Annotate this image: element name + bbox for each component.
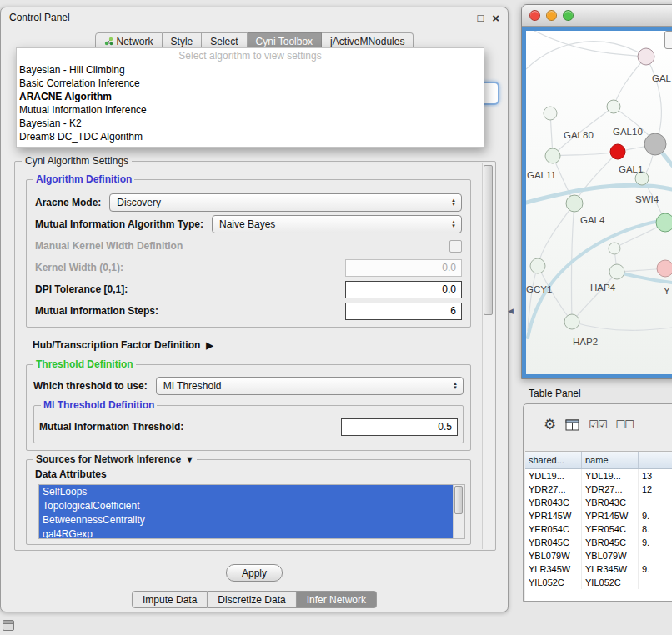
close-icon[interactable]: × [492, 11, 499, 25]
window-close-light[interactable] [529, 10, 540, 21]
network-node-label: GAL80 [564, 130, 594, 140]
network-node[interactable] [657, 260, 672, 277]
threshold-definition-title: Threshold Definition [33, 358, 136, 370]
network-view-window: GALGAL80GAL10GAL11GAL1SWI4GAL4GCY1HAP4HA… [521, 4, 672, 379]
table-panel: ⚙ ☑☑ ☐☐ shared...name YDL19...YDL19...13… [523, 403, 672, 602]
manual-kernel-label: Manual Kernel Width Definition [35, 240, 183, 252]
settings-scrollbar-thumb[interactable] [484, 165, 493, 315]
table-row[interactable]: YDL19...YDL19...13 [525, 469, 672, 482]
table-cell: YDL19... [525, 469, 582, 482]
network-canvas[interactable]: GALGAL80GAL10GAL11GAL1SWI4GAL4GCY1HAP4HA… [526, 31, 672, 374]
table-cell: YDL19... [582, 469, 639, 482]
table-row[interactable]: YPR145WYPR145W9. [525, 509, 672, 522]
attribute-item-betweennesscentrality[interactable]: BetweennessCentrality [39, 513, 453, 528]
table-row[interactable]: YBL079WYBL079W [525, 549, 672, 562]
algorithm-option-aracne-algorithm[interactable]: ARACNE Algorithm [17, 90, 484, 103]
list-scrollbar[interactable] [453, 485, 464, 538]
manual-kernel-row: Manual Kernel Width Definition [35, 235, 462, 257]
network-node-label: Y [664, 286, 670, 296]
network-edge[interactable] [572, 322, 672, 330]
columns-icon[interactable] [565, 419, 579, 431]
sources-group-toggle[interactable]: Sources for Network Inference ▼ [33, 453, 197, 465]
table-row[interactable]: YLR345WYLR345W9. [525, 562, 672, 576]
algorithm-option-bayesian-k2[interactable]: Bayesian - K2 [17, 117, 484, 130]
gear-icon[interactable]: ⚙ [544, 418, 556, 432]
mi-type-value: Naive Bayes [219, 218, 275, 230]
clear-all-checks-icon[interactable]: ☐☐ [616, 418, 634, 432]
combo-arrows-icon: ▲▼ [451, 198, 456, 207]
algorithm-option-mutual-information-inference[interactable]: Mutual Information Inference [17, 103, 484, 117]
network-graph[interactable]: GALGAL80GAL10GAL11GAL1SWI4GAL4GCY1HAP4HA… [526, 31, 672, 374]
which-threshold-value: MI Threshold [163, 380, 222, 392]
network-node-label: SWI4 [635, 194, 659, 204]
network-node[interactable] [566, 195, 583, 212]
column-header-2[interactable] [639, 452, 672, 468]
algorithm-option-basic-correlation-inference[interactable]: Basic Correlation Inference [17, 77, 484, 90]
table-cell: YER054C [582, 522, 639, 536]
network-edge[interactable] [646, 57, 661, 144]
aracne-mode-select[interactable]: Discovery ▲▼ [109, 193, 462, 212]
network-node[interactable] [530, 258, 545, 273]
settings-scrollbar[interactable] [482, 162, 494, 549]
mi-type-select[interactable]: Naive Bayes ▲▼ [212, 215, 462, 233]
network-node[interactable] [644, 133, 666, 155]
tab-label: Network [117, 36, 153, 48]
network-node[interactable] [656, 213, 672, 232]
network-edge[interactable] [538, 203, 574, 266]
network-node[interactable] [544, 107, 557, 120]
table-row[interactable]: YDR27...YDR27...12 [525, 482, 672, 496]
mi-steps-label: Mutual Information Steps: [35, 305, 158, 317]
table-cell: YBL079W [525, 549, 582, 562]
manual-kernel-checkbox[interactable] [449, 240, 462, 252]
dpi-tolerance-label: DPI Tolerance [0,1]: [35, 283, 128, 295]
network-tool-box[interactable] [664, 31, 672, 49]
network-node[interactable] [545, 148, 560, 163]
tab-label: jActiveMNodules [330, 36, 404, 48]
attribute-item-gal4rgexp[interactable]: gal4RGexp [39, 528, 453, 538]
column-header-shared[interactable]: shared... [525, 452, 582, 468]
bottom-tab-impute-data[interactable]: Impute Data [132, 591, 208, 608]
network-edge[interactable] [614, 57, 646, 107]
network-node[interactable] [609, 264, 624, 279]
list-scrollbar-thumb[interactable] [454, 486, 463, 514]
select-all-checks-icon[interactable]: ☑☑ [589, 418, 606, 432]
network-node[interactable] [564, 314, 579, 329]
mi-threshold-input[interactable] [341, 418, 458, 436]
bottom-tab-discretize-data[interactable]: Discretize Data [208, 591, 296, 608]
float-window-icon[interactable]: □ [477, 12, 484, 24]
which-threshold-select[interactable]: MI Threshold ▲▼ [156, 377, 464, 395]
network-edge[interactable] [572, 272, 617, 322]
window-zoom-light[interactable] [563, 10, 574, 21]
table-row[interactable]: YBR045CYBR045C9. [525, 536, 672, 549]
attribute-item-topologicalcoefficient[interactable]: TopologicalCoefficient [39, 499, 453, 513]
attribute-item-selfloops[interactable]: SelfLoops [39, 485, 453, 499]
window-minimize-light[interactable] [546, 10, 557, 21]
network-window-titlebar[interactable] [522, 5, 672, 27]
apply-button[interactable]: Apply [226, 564, 283, 582]
table-cell: YBR043C [582, 496, 639, 509]
network-node[interactable] [638, 48, 654, 65]
algorithm-option-dream8-dc-tdc-algorithm[interactable]: Dream8 DC_TDC Algorithm [17, 130, 484, 143]
column-header-name[interactable]: name [582, 452, 639, 468]
network-edge[interactable] [553, 152, 618, 156]
dropdown-placeholder-option[interactable]: Select algorithm to view settings [17, 49, 484, 63]
aracne-mode-label: Aracne Mode: [35, 197, 101, 208]
dpi-tolerance-input[interactable] [345, 281, 462, 298]
kernel-width-input[interactable] [345, 259, 462, 277]
control-panel-titlebar[interactable]: Control Panel □ × [1, 8, 508, 28]
table-row[interactable]: YBR043CYBR043C [525, 496, 672, 509]
network-node[interactable] [610, 144, 625, 159]
mi-steps-input[interactable] [345, 302, 462, 320]
table-row[interactable]: YER054CYER054C8. [525, 522, 672, 536]
minimized-panel-icon[interactable] [3, 620, 14, 631]
hub-section-toggle[interactable]: Hub/Transcription Factor Definition ▶ [33, 339, 481, 351]
network-edge[interactable] [574, 152, 618, 203]
algorithm-option-bayesian-hill-climbing[interactable]: Bayesian - Hill Climbing [17, 63, 484, 77]
network-node[interactable] [609, 242, 620, 254]
network-edge[interactable] [534, 31, 646, 57]
minimized-panel-titlebar [3, 621, 13, 624]
bottom-tab-infer-network[interactable]: Infer Network [297, 591, 377, 608]
table-row[interactable]: YIL052CYIL052C [525, 576, 672, 589]
splitter-collapse-icon[interactable]: ◀ [508, 307, 514, 315]
network-node[interactable] [607, 100, 620, 113]
